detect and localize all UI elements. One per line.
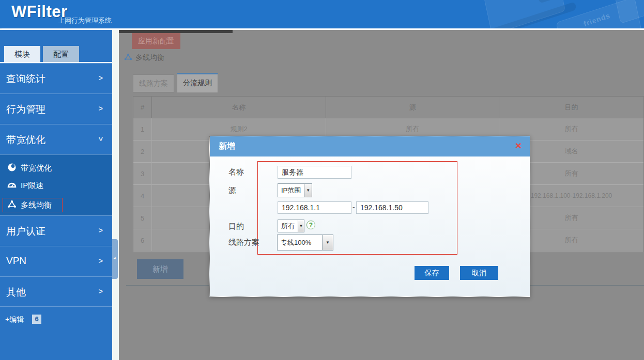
sidebar: 模块 配置 查询统计 > 行为管理 > 带宽优化 > 带宽优化 IP限速 — [0, 30, 112, 360]
chevron-right-icon: > — [99, 226, 103, 234]
close-icon[interactable]: × — [515, 140, 522, 151]
table-header-row: # 名称 源 目的 — [133, 97, 643, 118]
sidebar-item-label: 行为管理 — [6, 103, 45, 116]
dest-label: 目的 — [228, 222, 244, 231]
cell-num: 4 — [133, 185, 152, 207]
name-label: 名称 — [228, 167, 244, 177]
submenu-item-label: 带宽优化 — [21, 163, 52, 173]
name-input[interactable] — [278, 166, 351, 179]
edit-menu-button[interactable]: +编辑 6 — [5, 315, 24, 324]
sidebar-item-label: 其他 — [6, 286, 26, 299]
dest-select[interactable]: 所有 ▼ — [278, 220, 304, 232]
chevron-right-icon: > — [99, 257, 103, 265]
sidebar-tab-bar: 模块 配置 — [0, 46, 112, 63]
dropdown-arrow-icon[interactable]: ▼ — [298, 220, 304, 232]
sidebar-item-label: 带宽优化 — [6, 133, 45, 147]
chevron-down-icon: > — [97, 137, 105, 141]
dest-value: 所有 — [278, 220, 298, 232]
sidebar-item-label: VPN — [6, 255, 26, 267]
sidebar-item-user-auth[interactable]: 用户认证 > — [0, 215, 112, 246]
col-header-dest: 目的 — [499, 97, 643, 118]
submenu-item-bandwidth-opt[interactable]: 带宽优化 — [0, 160, 112, 176]
cancel-button[interactable]: 取消 — [460, 266, 498, 280]
chevron-right-icon: > — [99, 74, 103, 82]
col-header-name: 名称 — [152, 97, 326, 118]
sidebar-item-behavior-mgmt[interactable]: 行为管理 > — [0, 93, 112, 124]
network-icon — [124, 53, 132, 61]
edit-menu-label: +编辑 — [5, 315, 24, 323]
save-button[interactable]: 保存 — [415, 266, 449, 280]
sidebar-item-vpn[interactable]: VPN > — [0, 246, 112, 276]
col-header-source: 源 — [326, 97, 499, 118]
cell-num: 3 — [133, 163, 152, 185]
chevron-right-icon: > — [99, 287, 103, 295]
tab-split-rules[interactable]: 分流规则 — [177, 73, 218, 92]
collapse-arrow-icon: ◄ — [113, 256, 116, 260]
dialog-title-bar: 新增 × — [210, 136, 530, 156]
ip-range-end-input[interactable] — [356, 201, 428, 214]
active-submenu-highlight-box — [3, 198, 63, 212]
submenu-item-label: IP限速 — [21, 181, 43, 191]
top-header-bar: friends WFilter 上网行为管理系统 — [0, 0, 644, 28]
breadcrumb-label: 多线均衡 — [135, 53, 164, 62]
submenu-item-ip-limit[interactable]: IP限速 — [0, 178, 112, 193]
source-type-select[interactable]: IP范围 ▼ — [278, 183, 312, 197]
tab-line-plans[interactable]: 线路方案 — [133, 74, 174, 92]
apply-new-config-button[interactable]: 应用新配置 — [132, 33, 180, 49]
source-type-value: IP范围 — [278, 184, 304, 197]
tab-config[interactable]: 配置 — [43, 46, 79, 62]
line-plan-select[interactable]: 专线100% ▼ — [277, 234, 333, 251]
cell-num: 1 — [133, 118, 152, 140]
sidebar-item-label: 用户认证 — [6, 225, 45, 238]
cell-num: 6 — [133, 229, 152, 252]
dropdown-arrow-icon[interactable]: ▼ — [304, 184, 312, 197]
cell-num: 2 — [133, 140, 152, 163]
ip-range-start-input[interactable] — [278, 201, 351, 214]
app-subtitle: 上网行为管理系统 — [58, 16, 112, 25]
line-plan-label: 线路方案 — [228, 238, 259, 247]
gauge-icon — [7, 180, 17, 190]
dialog-title: 新增 — [219, 141, 235, 152]
sidebar-item-query-stats[interactable]: 查询统计 > — [0, 63, 112, 93]
sidebar-collapse-handle[interactable]: ◄ — [112, 239, 118, 279]
sidebar-item-label: 查询统计 — [6, 72, 45, 86]
source-label: 源 — [228, 186, 236, 196]
sidebar-item-other[interactable]: 其他 > — [0, 276, 112, 307]
dropdown-arrow-icon[interactable]: ▼ — [322, 235, 333, 250]
add-rule-button[interactable]: 新增 — [137, 259, 183, 279]
ip-range-dash: - — [352, 203, 355, 211]
circle-icon — [7, 163, 17, 172]
header-divider — [2, 28, 644, 30]
sidebar-content-gap — [112, 30, 119, 360]
add-rule-dialog: 新增 × 名称 源 IP范围 ▼ - 目的 所有 ▼ ? 线路方案 专线100%… — [209, 136, 530, 297]
cell-num: 5 — [133, 207, 152, 229]
help-icon[interactable]: ? — [306, 221, 315, 229]
chevron-right-icon: > — [99, 104, 103, 113]
edit-count-badge: 6 — [32, 315, 41, 324]
tab-modules[interactable]: 模块 — [4, 46, 40, 62]
line-plan-value: 专线100% — [278, 235, 322, 250]
col-header-index: # — [133, 97, 152, 118]
sidebar-item-bandwidth-opt[interactable]: 带宽优化 > — [0, 124, 112, 154]
